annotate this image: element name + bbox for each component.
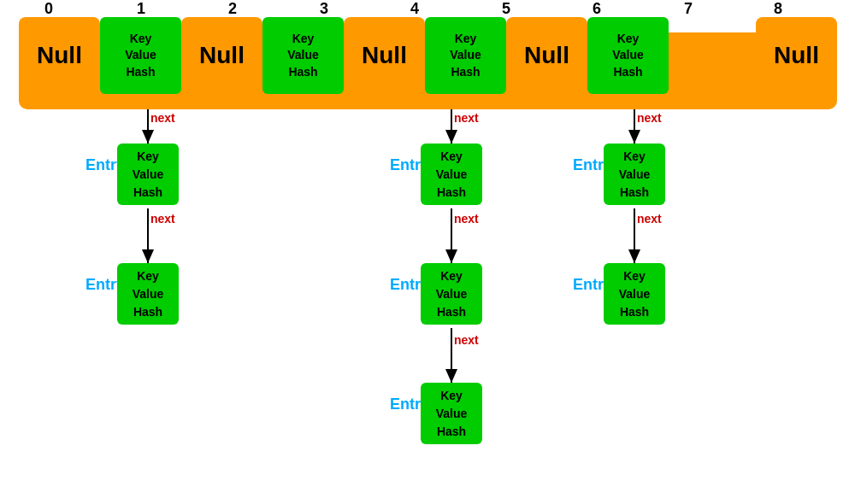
next-7-0: next: [637, 111, 662, 125]
index-4: 4: [410, 0, 419, 18]
index-7: 7: [684, 0, 693, 18]
index-0: 0: [44, 0, 53, 18]
next-1-0: next: [150, 111, 175, 125]
node-5-3: KeyValueHash: [421, 383, 482, 444]
cell-3: KeyValueHash: [262, 17, 344, 94]
next-5-1: next: [454, 212, 479, 226]
cell-5: KeyValueHash: [425, 17, 506, 94]
cell-4: Null: [344, 17, 425, 94]
next-1-1: next: [150, 212, 175, 226]
index-6: 6: [593, 0, 601, 18]
index-2: 2: [228, 0, 237, 18]
cell-8: Null: [756, 17, 837, 94]
index-5: 5: [502, 0, 510, 18]
index-1: 1: [137, 0, 145, 18]
node-1-1: KeyValueHash: [117, 144, 179, 205]
cell-7: KeyValueHash: [587, 17, 669, 94]
next-5-0: next: [454, 111, 479, 125]
cell-6: Null: [506, 17, 587, 94]
diagram: 0 1 2 3 4 5 6 7 8 Null KeyValueHash Null…: [0, 0, 855, 504]
next-7-1: next: [637, 212, 662, 226]
node-5-1: KeyValueHash: [421, 144, 482, 205]
next-5-2: next: [454, 333, 479, 347]
cell-2: Null: [181, 17, 262, 94]
cell-1: KeyValueHash: [100, 17, 181, 94]
node-1-2: KeyValueHash: [117, 263, 179, 325]
cell-0: Null: [19, 17, 100, 94]
index-3: 3: [320, 0, 328, 18]
node-7-2: KeyValueHash: [604, 263, 665, 325]
node-5-2: KeyValueHash: [421, 263, 482, 325]
node-7-1: KeyValueHash: [604, 144, 665, 205]
index-8: 8: [774, 0, 782, 18]
